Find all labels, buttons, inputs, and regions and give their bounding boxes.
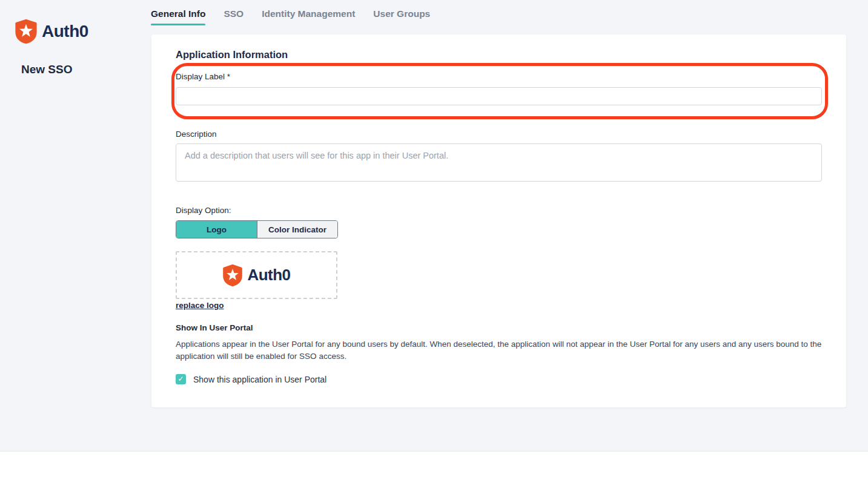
auth0-shield-icon: [15, 19, 38, 44]
page-title: New SSO: [21, 63, 72, 76]
app-logo: Auth0: [15, 19, 88, 44]
display-label-highlight-annotation: Display Label *: [171, 63, 828, 119]
brand-wordmark: Auth0: [42, 22, 88, 41]
auth0-shield-icon: [222, 264, 243, 287]
display-option-toggle: Logo Color Indicator: [176, 220, 338, 238]
tab-bar: General Info SSO Identity Management Use…: [151, 8, 430, 25]
section-title: Application Information: [176, 49, 288, 61]
display-option-label: Display Option:: [176, 206, 231, 215]
checkbox-checked-icon[interactable]: ✓: [176, 374, 186, 384]
footer-bar: cancel activate: [0, 451, 868, 483]
logo-preview-dropzone[interactable]: Auth0: [176, 251, 337, 299]
description-label: Description: [176, 130, 217, 139]
display-label-input[interactable]: [176, 87, 822, 105]
tab-identity-management[interactable]: Identity Management: [262, 8, 355, 25]
display-label-label: Display Label *: [176, 72, 230, 81]
description-textarea[interactable]: [176, 143, 822, 182]
logo-preview-wordmark: Auth0: [247, 266, 290, 284]
tab-general-info[interactable]: General Info: [151, 8, 205, 25]
user-portal-checkbox-label: Show this application in User Portal: [193, 375, 326, 384]
show-in-user-portal-title: Show In User Portal: [176, 323, 253, 332]
application-info-card: Application Information Display Label * …: [151, 34, 846, 407]
show-in-user-portal-description: Applications appear in the User Portal f…: [176, 338, 824, 363]
display-option-color-indicator[interactable]: Color Indicator: [257, 221, 337, 238]
tab-sso[interactable]: SSO: [224, 8, 244, 25]
display-option-logo[interactable]: Logo: [176, 221, 257, 238]
user-portal-checkbox-row[interactable]: ✓ Show this application in User Portal: [176, 374, 326, 384]
replace-logo-link[interactable]: replace logo: [176, 301, 224, 310]
tab-user-groups[interactable]: User Groups: [373, 8, 430, 25]
